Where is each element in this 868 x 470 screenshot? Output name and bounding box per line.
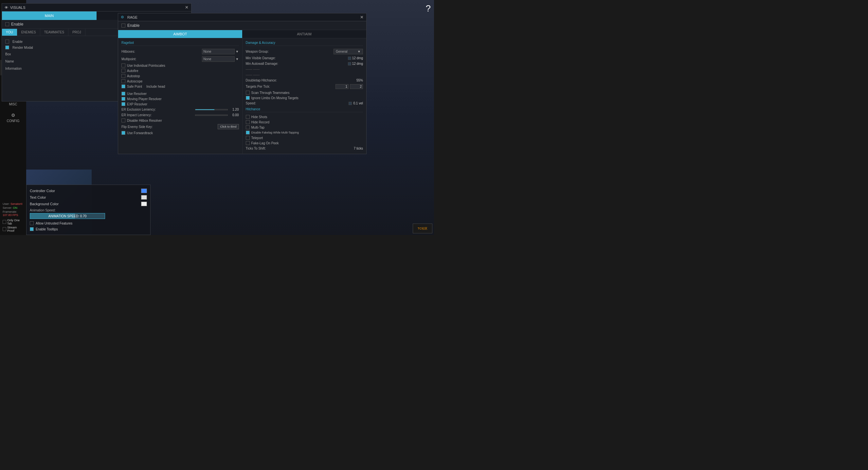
stream-proof-checkbox[interactable] (3, 227, 6, 231)
visuals-close-button[interactable]: ✕ (185, 5, 188, 10)
disable-hitbox-checkbox[interactable] (121, 119, 125, 122)
er-exclusion-label: ER Exclusion Leniency: (121, 108, 195, 111)
weapon-group-label: Weapon Group: (246, 50, 334, 53)
stream-proof-row[interactable]: Stream Proof (3, 226, 24, 232)
enable2-checkbox[interactable] (5, 40, 9, 43)
render-modal-checkbox[interactable] (5, 45, 9, 50)
hide-shots-checkbox[interactable] (246, 115, 250, 119)
hide-shots-label: Hide Shots (251, 115, 268, 119)
user-info: User: SenatorII (3, 202, 24, 206)
include-head-label: Include head (146, 85, 165, 88)
subtab-enemies[interactable]: ENEMIES (17, 29, 40, 36)
teleport-checkbox[interactable] (246, 136, 250, 140)
teleport-label: Teleport (251, 136, 263, 140)
use-individual-checkbox[interactable] (121, 63, 125, 67)
controller-color-swatch[interactable] (141, 189, 147, 193)
hitboxes-dropdown[interactable]: None (202, 49, 235, 54)
er-exclusion-row: ER Exclusion Leniency: 1.20 (121, 107, 239, 112)
safe-point-checkbox[interactable] (121, 85, 125, 88)
ignore-limbs-checkbox[interactable] (246, 96, 250, 100)
sidebar-item-config-label: CONFIG (7, 119, 20, 123)
autoscope-checkbox[interactable] (121, 79, 125, 83)
rage-enable-checkbox[interactable] (121, 24, 125, 28)
only-one-tab-checkbox[interactable] (3, 220, 6, 224)
help-icon[interactable]: ? (426, 3, 431, 14)
min-wall-label: Min Autowall Damage: (246, 62, 348, 65)
er-impact-row: ER Impact Leniency: 0.00 (121, 112, 239, 118)
only-one-tab-row[interactable]: Only One Tab (3, 219, 24, 225)
tc-watermark: TC社区 (413, 223, 432, 233)
rage-gear-icon: ⚙ (121, 15, 124, 19)
autostop-row: Autostop (121, 73, 239, 79)
moving-resolver-label: Moving Player Resolver (127, 97, 162, 101)
controller-panel: Controller Color Text Color Background C… (26, 185, 151, 235)
hide-record-checkbox[interactable] (246, 120, 250, 124)
rage-window: ⚙ RAGE ✕ Enable AIMBOT ANTIAIM Ragebot H… (118, 13, 367, 154)
rage-enable-row: Enable (118, 21, 366, 30)
rage-tab-antiaim[interactable]: ANTIAIM (242, 30, 366, 38)
fake-lag-peek-checkbox[interactable] (246, 141, 250, 145)
name-label: Name (5, 60, 14, 63)
text-color-swatch[interactable] (141, 195, 147, 200)
hitchance-section-title: Hitchance (246, 107, 363, 112)
rage-title: ⚙ RAGE (121, 15, 137, 19)
visuals-titlebar: 👁 VISUALS ✕ (2, 4, 191, 11)
ticks-to-shift-label: Ticks To Shift: (246, 147, 353, 150)
background-color-swatch[interactable] (141, 201, 147, 206)
disable-hitbox-label: Disable Hitbox Resolver (127, 119, 162, 122)
tab-main[interactable]: MAIN (2, 11, 97, 20)
disable-fakelag-row: Disable Fakelag While Multi-Tapping (246, 130, 363, 135)
speed-control[interactable] (348, 102, 352, 105)
multipoint-dropdown[interactable]: None (202, 56, 235, 62)
er-impact-slider[interactable] (195, 115, 228, 116)
config-icon: ⚙ (11, 113, 16, 118)
enable2-label: Enable (12, 40, 23, 43)
animation-speed-container: Animation Speed: ANIMATION SPEED: 0.70 (30, 209, 147, 219)
min-visible-minus[interactable] (348, 57, 351, 60)
enable-tooltips-checkbox[interactable] (30, 227, 34, 231)
exp-resolver-checkbox[interactable] (121, 102, 125, 106)
subtab-teammates[interactable]: TEAMMATES (40, 29, 68, 36)
autostop-checkbox[interactable] (121, 74, 125, 78)
multi-tap-checkbox[interactable] (246, 125, 250, 129)
stream-proof-label: Stream Proof (7, 226, 24, 232)
hitboxes-label: Hitboxes: (121, 50, 202, 53)
use-forwardtrack-checkbox[interactable] (121, 131, 125, 135)
animation-speed-slider[interactable]: ANIMATION SPEED: 0.70 (30, 213, 105, 219)
er-exclusion-slider[interactable] (195, 109, 228, 110)
min-wall-row: Min Autowall Damage: 12 dmg (246, 61, 363, 66)
use-resolver-label: Use Resolver (127, 92, 147, 96)
er-impact-slider-container: 0.00 (195, 113, 239, 117)
min-wall-minus[interactable] (348, 62, 351, 65)
autofire-checkbox[interactable] (121, 69, 125, 73)
disable-fakelag-checkbox[interactable] (246, 131, 250, 134)
disable-fakelag-label: Disable Fakelag While Multi-Tapping (251, 131, 299, 134)
rage-close-button[interactable]: ✕ (360, 15, 364, 20)
use-resolver-checkbox[interactable] (121, 92, 125, 96)
targets-input-1[interactable]: 1 (336, 84, 348, 89)
scan-teammates-checkbox[interactable] (246, 91, 250, 95)
rage-tab-aimbot[interactable]: AIMBOT (118, 30, 242, 38)
enable-tooltips-row: Enable Tooltips (30, 226, 147, 232)
use-individual-row[interactable]: Use Individual Pointscales (121, 63, 239, 68)
multipoint-dropdown-container: None ▼ (202, 56, 239, 62)
fake-lag-peek-row: Fake-Lag On Peek (246, 140, 363, 146)
moving-resolver-checkbox[interactable] (121, 97, 125, 101)
multi-tap-row: Multi-Tap (246, 125, 363, 130)
doubletp-value: 55% (353, 79, 363, 82)
safe-point-row: Safe Point Include head (121, 84, 239, 89)
rage-enable-label: Enable (127, 23, 140, 28)
allow-untrusted-checkbox[interactable] (30, 221, 34, 225)
flip-enemy-bind-button[interactable]: Click to Bind (218, 124, 239, 129)
fake-lag-peek-label: Fake-Lag On Peek (251, 142, 279, 145)
damage-accuracy-column: Damage & Accuracy Weapon Group: General … (243, 38, 367, 154)
visuals-enable-checkbox[interactable] (5, 22, 9, 26)
sidebar-item-config[interactable]: ⚙ CONFIG (0, 110, 26, 125)
weapon-group-dropdown[interactable]: General ▼ (334, 49, 363, 54)
targets-input-2[interactable]: 2 (350, 84, 363, 89)
use-forwardtrack-label: Use Forwardtrack (127, 131, 153, 135)
subtab-you[interactable]: YOU (2, 29, 17, 36)
safe-point-label: Safe Point (127, 85, 142, 88)
multi-tap-label: Multi-Tap (251, 126, 265, 129)
subtab-proj[interactable]: PROJ (68, 29, 86, 36)
